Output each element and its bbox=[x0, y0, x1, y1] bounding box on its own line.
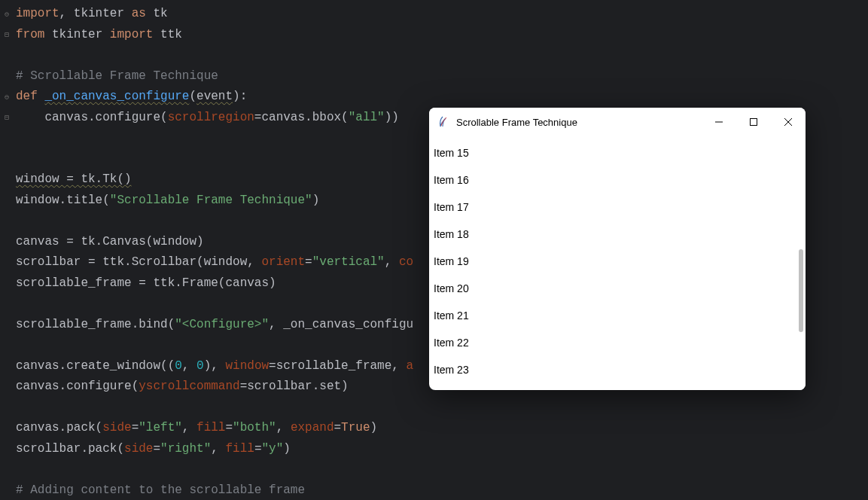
code-line[interactable]: # Adding content to the scrollable frame bbox=[14, 480, 868, 501]
close-button[interactable] bbox=[771, 108, 806, 136]
fold-indicator bbox=[0, 398, 14, 419]
list-item: Item 15 bbox=[434, 139, 789, 166]
minimize-button[interactable] bbox=[702, 108, 736, 136]
tk-feather-icon bbox=[437, 116, 449, 128]
fold-indicator bbox=[0, 169, 14, 191]
fold-indicator bbox=[0, 191, 14, 212]
fold-indicator[interactable]: ⊖ bbox=[0, 4, 14, 25]
fold-indicator[interactable]: ⊟ bbox=[0, 25, 14, 46]
fold-indicator[interactable]: ⊟ bbox=[0, 108, 14, 129]
fold-indicator bbox=[0, 149, 14, 170]
fold-indicator bbox=[0, 377, 14, 398]
editor-gutter: ⊖⊟⊖⊟⊖ bbox=[0, 0, 14, 500]
item-list: Item 15Item 16Item 17Item 18Item 19Item … bbox=[429, 136, 793, 390]
fold-indicator bbox=[0, 211, 14, 232]
fold-indicator bbox=[0, 459, 14, 480]
maximize-button[interactable] bbox=[736, 108, 771, 136]
fold-indicator bbox=[0, 294, 14, 315]
list-item: Item 21 bbox=[434, 302, 789, 329]
list-item: Item 19 bbox=[434, 248, 789, 275]
code-line[interactable]: def _on_canvas_configure(event): bbox=[14, 87, 868, 108]
window-content: Item 15Item 16Item 17Item 18Item 19Item … bbox=[429, 136, 806, 390]
titlebar[interactable]: Scrollable Frame Technique bbox=[429, 108, 806, 136]
list-item: Item 22 bbox=[434, 329, 789, 356]
fold-indicator bbox=[0, 232, 14, 253]
titlebar-buttons bbox=[702, 108, 806, 136]
fold-indicator[interactable]: ⊖ bbox=[0, 87, 14, 108]
code-line[interactable]: # Scrollable Frame Technique bbox=[14, 66, 868, 87]
fold-indicator bbox=[0, 480, 14, 501]
fold-indicator bbox=[0, 356, 14, 377]
code-line[interactable]: import, tkinter as tk bbox=[14, 4, 868, 25]
list-item: Item 17 bbox=[434, 194, 789, 221]
svg-rect-1 bbox=[751, 119, 757, 126]
fold-indicator bbox=[0, 335, 14, 356]
code-line[interactable] bbox=[14, 398, 868, 419]
fold-indicator bbox=[0, 45, 14, 66]
scrollbar[interactable] bbox=[793, 136, 806, 390]
window-title: Scrollable Frame Technique bbox=[456, 117, 702, 128]
list-item: Item 16 bbox=[434, 166, 789, 194]
code-line[interactable]: scrollbar.pack(side="right", fill="y") bbox=[14, 439, 868, 460]
list-item: Item 23 bbox=[434, 356, 789, 383]
code-line[interactable]: from tkinter import ttk bbox=[14, 25, 868, 46]
code-line[interactable] bbox=[14, 459, 868, 480]
list-item: Item 18 bbox=[434, 221, 789, 248]
scrollbar-thumb[interactable] bbox=[799, 249, 803, 332]
code-line[interactable]: canvas.pack(side="left", fill="both", ex… bbox=[14, 418, 868, 439]
fold-indicator bbox=[0, 418, 14, 439]
fold-indicator bbox=[0, 128, 14, 149]
code-line[interactable] bbox=[14, 45, 868, 66]
fold-indicator bbox=[0, 273, 14, 294]
list-item: Item 20 bbox=[434, 275, 789, 302]
tkinter-window: Scrollable Frame Technique Item 15Item 1… bbox=[429, 108, 806, 390]
fold-indicator bbox=[0, 66, 14, 87]
fold-indicator bbox=[0, 439, 14, 460]
fold-indicator bbox=[0, 315, 14, 336]
fold-indicator bbox=[0, 252, 14, 273]
